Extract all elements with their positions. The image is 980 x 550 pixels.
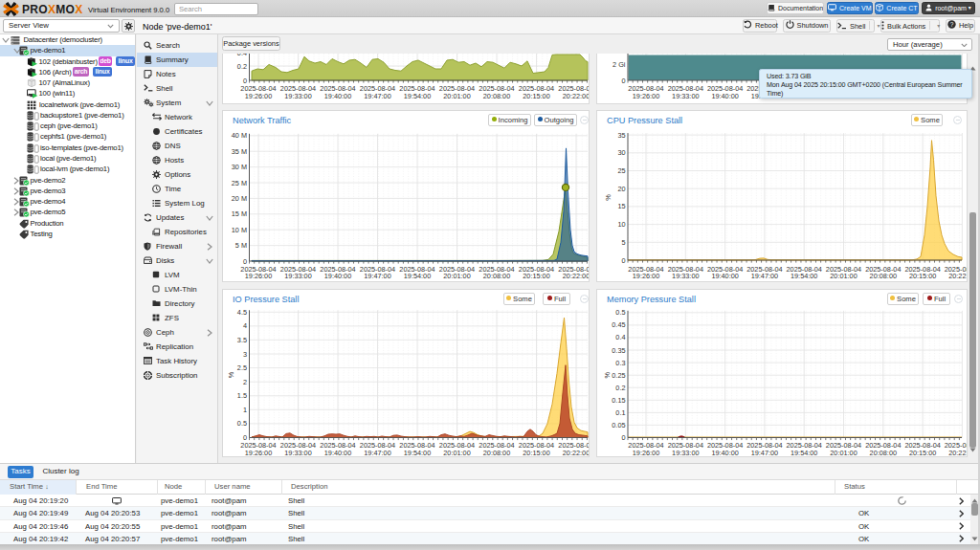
svg-text:19:47:00: 19:47:00 (364, 92, 390, 100)
svg-text:25 M: 25 M (232, 179, 247, 187)
svg-text:1.5: 1.5 (237, 391, 247, 400)
svg-text:20:01:00: 20:01:00 (443, 92, 470, 100)
svg-text:40 M: 40 M (232, 131, 247, 140)
svg-text:?: ? (950, 21, 954, 28)
svg-text:19:33:00: 19:33:00 (672, 92, 699, 100)
svg-text:19:54:00: 19:54:00 (404, 272, 431, 280)
svg-text:3.5: 3.5 (237, 336, 247, 344)
svg-text:35: 35 (617, 131, 625, 140)
svg-text:20:15:00: 20:15:00 (523, 449, 549, 457)
svg-text:0.15: 0.15 (612, 396, 625, 405)
svg-text:3: 3 (243, 350, 247, 359)
svg-text:0.3: 0.3 (615, 359, 625, 367)
svg-text:20:15:00: 20:15:00 (909, 272, 936, 280)
svg-text:15: 15 (617, 202, 625, 210)
svg-text:19:26:00: 19:26:00 (245, 449, 272, 457)
svg-text:0.5: 0.5 (237, 419, 247, 428)
svg-text:1: 1 (243, 406, 247, 414)
svg-text:19:40:00: 19:40:00 (324, 449, 351, 457)
svg-text:%: % (228, 371, 236, 378)
svg-text:0.45: 0.45 (612, 320, 625, 329)
svg-text:19:40:00: 19:40:00 (711, 272, 738, 280)
svg-text:20:01:00: 20:01:00 (830, 272, 857, 280)
svg-text:19:26:00: 19:26:00 (245, 272, 272, 280)
svg-text:20:01:00: 20:01:00 (830, 449, 857, 457)
svg-text:0.35: 0.35 (612, 346, 625, 355)
svg-text:20:15:00: 20:15:00 (523, 92, 549, 100)
svg-text:20:15:00: 20:15:00 (909, 449, 936, 457)
svg-text:25: 25 (617, 166, 625, 175)
svg-text:19:33:00: 19:33:00 (284, 92, 311, 100)
svg-text:20:08:00: 20:08:00 (483, 272, 510, 280)
svg-text:10: 10 (617, 220, 625, 229)
svg-text:0.5: 0.5 (615, 308, 625, 317)
svg-text:0.2: 0.2 (237, 62, 247, 71)
svg-text:0.4: 0.4 (237, 54, 247, 57)
svg-text:2 Gi: 2 Gi (612, 60, 626, 69)
svg-text:0: 0 (621, 433, 625, 442)
svg-text:20:08:00: 20:08:00 (483, 92, 510, 100)
svg-text:20:08:00: 20:08:00 (870, 449, 897, 457)
svg-text:20:22:00: 20:22:00 (563, 272, 590, 280)
svg-text:20:22:00: 20:22:00 (948, 449, 968, 457)
svg-text:4: 4 (243, 321, 247, 330)
svg-text:35 M: 35 M (232, 147, 247, 156)
svg-text:19:26:00: 19:26:00 (633, 449, 659, 457)
svg-text:19:33:00: 19:33:00 (672, 449, 699, 457)
svg-text:0.1: 0.1 (615, 408, 625, 417)
svg-text:4.5: 4.5 (237, 308, 247, 317)
svg-text:19:47:00: 19:47:00 (364, 449, 390, 457)
svg-text:30: 30 (617, 148, 625, 157)
svg-text:20:08:00: 20:08:00 (483, 449, 510, 457)
svg-text:%: % (604, 194, 612, 201)
svg-text:20:22:00: 20:22:00 (563, 92, 590, 100)
svg-text:10 M: 10 M (232, 226, 247, 234)
svg-text:19:47:00: 19:47:00 (751, 272, 778, 280)
svg-text:19:33:00: 19:33:00 (284, 272, 311, 280)
svg-text:0.25: 0.25 (612, 371, 625, 380)
svg-text:19:54:00: 19:54:00 (404, 449, 431, 457)
svg-text:20: 20 (617, 185, 625, 193)
svg-text:20:22:00: 20:22:00 (948, 272, 968, 280)
svg-text:20:01:00: 20:01:00 (443, 272, 470, 280)
svg-text:19:26:00: 19:26:00 (245, 92, 272, 100)
svg-text:20:01:00: 20:01:00 (443, 449, 470, 457)
svg-text:19:33:00: 19:33:00 (672, 272, 699, 280)
svg-text:2.5: 2.5 (237, 363, 247, 372)
svg-text:19:40:00: 19:40:00 (711, 92, 738, 100)
svg-text:0.05: 0.05 (612, 421, 625, 429)
svg-text:0.2: 0.2 (615, 384, 625, 392)
svg-text:0: 0 (621, 77, 625, 85)
svg-text:19:26:00: 19:26:00 (633, 272, 659, 280)
svg-text:30 M: 30 M (232, 163, 247, 171)
svg-text:2: 2 (243, 378, 247, 386)
svg-text:19:47:00: 19:47:00 (751, 449, 778, 457)
svg-text:19:26:00: 19:26:00 (633, 92, 659, 100)
svg-text:20:15:00: 20:15:00 (523, 272, 549, 280)
svg-text:19:33:00: 19:33:00 (284, 449, 311, 457)
svg-text:%: % (603, 371, 612, 378)
svg-text:19:40:00: 19:40:00 (324, 272, 351, 280)
svg-text:5: 5 (621, 238, 625, 247)
svg-text:0.4: 0.4 (615, 333, 625, 341)
svg-text:15 M: 15 M (232, 209, 247, 218)
svg-text:19:40:00: 19:40:00 (324, 92, 351, 100)
svg-text:19:40:00: 19:40:00 (711, 449, 738, 457)
svg-text:20:08:00: 20:08:00 (870, 272, 897, 280)
svg-text:19:54:00: 19:54:00 (791, 449, 817, 457)
svg-text:20:22:00: 20:22:00 (563, 449, 590, 457)
svg-text:19:54:00: 19:54:00 (404, 92, 431, 100)
svg-text:0: 0 (621, 256, 625, 265)
svg-text:19:54:00: 19:54:00 (791, 272, 817, 280)
svg-text:5 M: 5 M (235, 241, 247, 250)
svg-text:20 M: 20 M (232, 194, 247, 203)
svg-text:19:47:00: 19:47:00 (364, 272, 390, 280)
